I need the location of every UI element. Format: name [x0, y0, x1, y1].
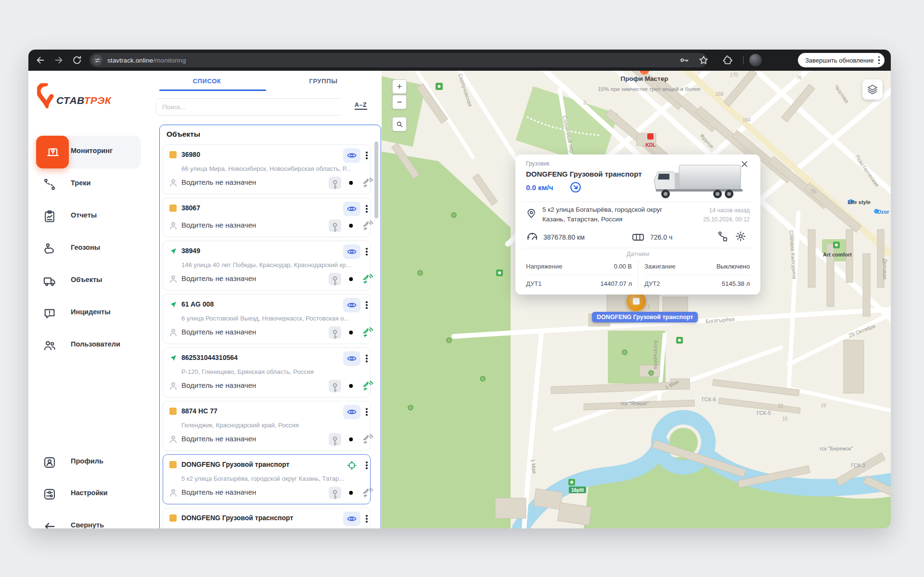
visibility-eye-button[interactable]: [343, 405, 360, 419]
finish-update-button[interactable]: Завершить обновление: [798, 53, 885, 67]
sidebar-item-settings[interactable]: Настройки: [28, 481, 149, 508]
status-idle-icon: [169, 514, 177, 522]
driver-row: Водитель не назначен: [163, 272, 370, 288]
visibility-eye-button[interactable]: [343, 148, 360, 163]
sidebar-item-incidents[interactable]: Инциденты: [28, 300, 149, 327]
objects-panel: СПИСОК ГРУППЫ A–Z Объекты 36980: [149, 71, 382, 528]
object-title: DONGFENG Грузовой транспорт: [181, 461, 289, 468]
object-menu-button[interactable]: [363, 353, 370, 364]
object-menu-button[interactable]: [363, 246, 370, 257]
driver-label: Водитель не назначен: [181, 328, 256, 336]
driver-person-icon: [168, 381, 179, 391]
vehicle-category: Грузовик: [526, 160, 550, 167]
tab-list[interactable]: СПИСОК: [149, 77, 265, 85]
gps-antenna-icon: [361, 487, 374, 499]
signal-dot-icon: [346, 380, 359, 392]
status-idle-icon: [169, 205, 177, 212]
geozones-icon: [43, 242, 56, 256]
sidebar-item-tracks[interactable]: Треки: [28, 171, 149, 198]
visibility-eye-button[interactable]: [343, 298, 360, 312]
signal-dot-icon: [346, 326, 359, 339]
tab-groups[interactable]: ГРУППЫ: [265, 77, 382, 85]
object-card[interactable]: 38067 Водитель не назначен: [163, 198, 371, 237]
object-card[interactable]: 862531044310564 Р-120, Глинищево, Брянск…: [163, 347, 371, 397]
vehicle-title: DONGFENG Грузовой транспорт: [526, 170, 642, 178]
engine-hours-value: 726.0 ч: [650, 233, 672, 241]
map-canvas[interactable]: Профи Мастер15% при химчистке трех вещей…: [382, 71, 891, 528]
ignition-key-icon: [329, 177, 341, 189]
sensor-row: Напряжение 0.00 В Зажигание Выключено: [515, 258, 760, 275]
sort-az-button[interactable]: A–Z: [355, 102, 367, 110]
map-layers-button[interactable]: [862, 79, 883, 100]
arrow-left-icon: [43, 520, 56, 528]
odometer-gauge-icon: [526, 231, 539, 243]
profile-avatar[interactable]: [749, 54, 762, 66]
sidebar-item-reports[interactable]: Отчеты: [28, 203, 149, 230]
ignition-key-icon: [329, 326, 341, 339]
zoom-in-button[interactable]: +: [392, 79, 407, 94]
driver-person-icon: [168, 220, 179, 231]
signal-dot-icon: [346, 487, 359, 499]
object-menu-button[interactable]: [363, 460, 370, 471]
driver-label: Водитель не назначен: [181, 178, 256, 186]
sidebar-item-profile[interactable]: Профиль: [28, 449, 149, 476]
map-search-button[interactable]: [392, 117, 407, 131]
zoom-out-button[interactable]: −: [392, 95, 407, 109]
visibility-eye-button[interactable]: [343, 351, 360, 366]
status-moving-icon: [169, 301, 177, 308]
object-address: Р-120, Глинищево, Брянская область, Росс…: [181, 368, 362, 375]
object-card[interactable]: 8874 НС 77 Геленджик, Краснодарский край…: [163, 401, 371, 451]
object-menu-button[interactable]: [363, 203, 370, 215]
driver-label: Водитель не назначен: [181, 381, 256, 389]
sidebar-collapse-button[interactable]: Свернуть: [28, 513, 149, 528]
locate-target-button[interactable]: [343, 458, 360, 473]
sidebar-item-users[interactable]: Пользователи: [28, 332, 149, 359]
follow-arrow-button[interactable]: [569, 181, 582, 193]
stavtrack-logo: СТАВТРЭК: [37, 83, 133, 108]
address-bar[interactable]: stavtrack.online/monitoring: [90, 53, 707, 67]
object-menu-button[interactable]: [363, 406, 370, 418]
bookmark-star-icon[interactable]: [698, 55, 709, 65]
vehicle-marker[interactable]: [627, 292, 646, 311]
extensions-puzzle-icon[interactable]: [722, 55, 733, 65]
sensor-name: ДУТ1: [526, 280, 541, 287]
object-card[interactable]: 38949 146 улица 40 лет Победы, Краснодар…: [163, 241, 371, 291]
browser-menu-icon[interactable]: [878, 56, 880, 64]
objects-group-box: Объекты 36980 66 улица Мира, Новосибирск…: [159, 125, 381, 528]
search-input[interactable]: [156, 98, 345, 115]
sidebar-item-geozones[interactable]: Геозоны: [28, 235, 149, 262]
sensor-name: Напряжение: [526, 263, 562, 270]
sidebar-item-monitoring[interactable]: Мониторинг: [28, 139, 149, 166]
back-icon[interactable]: [35, 55, 46, 65]
object-card[interactable]: 36980 66 улица Мира, Новосибирск, Новоси…: [163, 144, 371, 194]
tracks-icon: [43, 178, 56, 191]
list-scrollbar[interactable]: [374, 141, 378, 218]
forward-icon[interactable]: [53, 55, 64, 65]
site-settings-icon[interactable]: [92, 55, 103, 65]
browser-toolbar: stavtrack.online/monitoring Завершить об…: [28, 50, 891, 71]
object-menu-button[interactable]: [363, 299, 370, 311]
sensor-value: 5145.38 л: [701, 280, 750, 287]
sidebar-item-objects[interactable]: Объекты: [28, 268, 149, 295]
object-card[interactable]: DONGFENG Грузовой транспорт 5 к2 улица Б…: [163, 454, 371, 504]
show-track-icon[interactable]: [717, 231, 729, 242]
search-field[interactable]: [156, 99, 356, 115]
vehicle-marker-label[interactable]: DONGFENG Грузовой транспорт: [592, 312, 698, 322]
sidebar: СТАВТРЭК Мониторинг Треки Отчеты Геозоны: [28, 71, 149, 528]
object-card[interactable]: 61 AG 008 6 улица Ростовский Выезд, Ново…: [163, 294, 371, 344]
object-menu-button[interactable]: [363, 513, 370, 525]
settings-icon: [43, 487, 56, 501]
passwords-key-icon[interactable]: [679, 55, 690, 65]
status-idle-icon: [169, 461, 177, 468]
visibility-eye-button[interactable]: [343, 202, 360, 216]
driver-row: Водитель не назначен: [163, 486, 370, 502]
visibility-eye-button[interactable]: [343, 244, 360, 259]
gps-antenna-icon: [361, 177, 374, 189]
object-menu-button[interactable]: [363, 150, 370, 161]
sensor-value: 0.00 В: [588, 263, 632, 270]
gear-icon[interactable]: [735, 231, 746, 242]
reload-icon[interactable]: [72, 55, 82, 65]
browser-window: stavtrack.online/monitoring Завершить об…: [28, 50, 891, 528]
visibility-eye-button[interactable]: [343, 512, 360, 526]
object-card[interactable]: DONGFENG Грузовой траснспорт 71 улица Пе…: [163, 508, 371, 528]
